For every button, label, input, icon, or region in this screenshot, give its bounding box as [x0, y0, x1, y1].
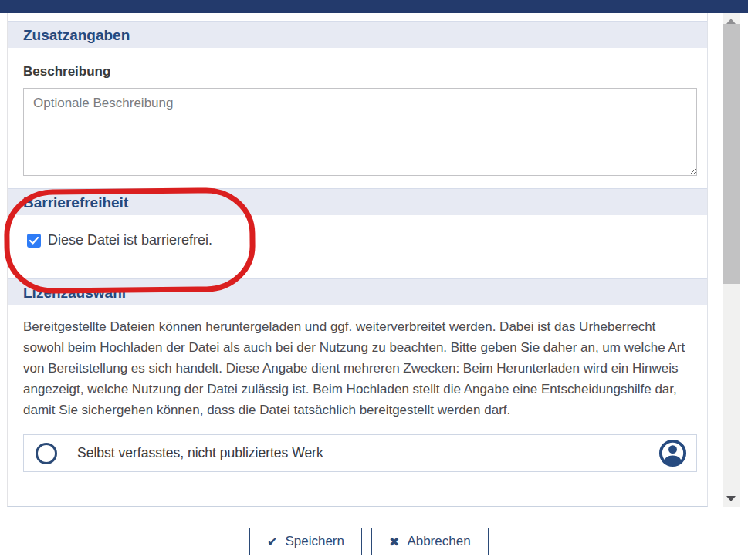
barrierefrei-checkbox[interactable]	[27, 234, 41, 248]
person-icon	[658, 439, 687, 467]
scrollbar-track[interactable]	[723, 13, 740, 507]
section-header-lizenzauswahl: Lizenzauswahl	[8, 278, 707, 305]
barrierefrei-checkbox-label: Diese Datei ist barrierefrei.	[48, 232, 212, 248]
scroll-down-arrow-icon[interactable]	[726, 496, 736, 501]
cancel-button[interactable]: ✖ Abbrechen	[371, 528, 489, 555]
footer-button-bar: ✔ Speichern ✖ Abbrechen	[249, 528, 489, 555]
dialog-page: Zusatzangaben Beschreibung Barrierefreih…	[0, 0, 748, 560]
barrierefrei-checkbox-row: Diese Datei ist barrierefrei.	[8, 215, 707, 267]
zusatzangaben-body: Beschreibung	[8, 48, 707, 179]
beschreibung-label: Beschreibung	[23, 64, 692, 79]
description-textarea[interactable]	[23, 88, 697, 176]
form-panel: Zusatzangaben Beschreibung Barrierefreih…	[7, 13, 708, 507]
top-bar	[0, 0, 748, 13]
checkmark-icon	[29, 237, 39, 245]
scrollbar-thumb[interactable]	[723, 24, 740, 284]
check-icon: ✔	[267, 535, 277, 549]
license-radio-button[interactable]	[36, 443, 57, 464]
license-intro-text: Bereitgestellte Dateien können herunterg…	[23, 316, 692, 420]
license-option-label: Selbst verfasstes, nicht publiziertes We…	[77, 445, 323, 461]
section-header-barrierefreiheit: Barrierefreiheit	[8, 188, 707, 215]
license-option-own-work[interactable]: Selbst verfasstes, nicht publiziertes We…	[23, 434, 697, 472]
save-button-label: Speichern	[285, 534, 344, 549]
scroll-up-arrow-icon[interactable]	[726, 19, 736, 24]
x-icon: ✖	[389, 535, 399, 549]
section-header-zusatzangaben: Zusatzangaben	[8, 21, 707, 48]
save-button[interactable]: ✔ Speichern	[249, 528, 362, 555]
cancel-button-label: Abbrechen	[407, 534, 470, 549]
